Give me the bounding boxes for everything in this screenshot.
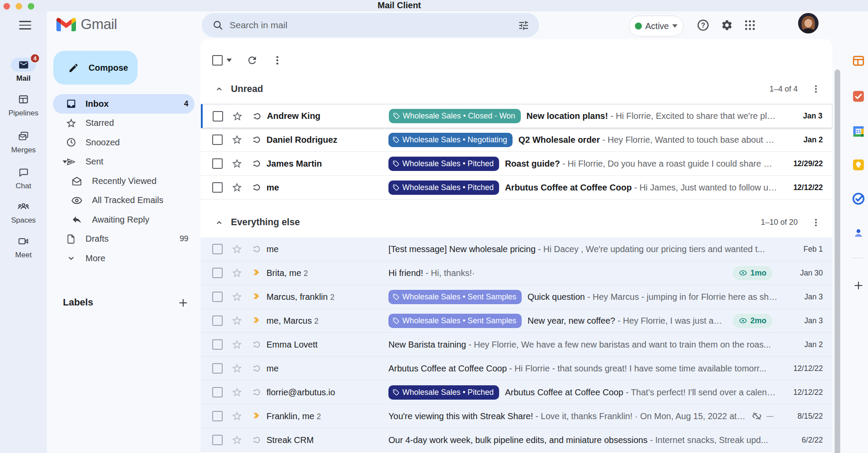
row-checkbox[interactable] (213, 111, 223, 121)
label-chip[interactable]: Wholesale Sales • Pitched (388, 385, 499, 400)
search-input[interactable]: Search in mail (230, 20, 518, 30)
star-icon[interactable] (231, 387, 243, 398)
star-icon[interactable] (231, 363, 243, 374)
star-icon[interactable] (231, 134, 243, 145)
email-row[interactable]: me Wholesale Sales • PitchedArbutus Coff… (201, 176, 832, 200)
email-row[interactable]: Franklin, me 2 You're viewing this with … (201, 404, 832, 428)
label-chip[interactable]: Wholesale Sales • Sent Samples (388, 290, 522, 304)
streak-pipelines-icon[interactable] (851, 53, 866, 69)
keep-icon[interactable] (851, 157, 866, 173)
streak-pipeline-icon[interactable] (252, 435, 262, 445)
star-icon[interactable] (231, 434, 243, 446)
streak-pipeline-icon[interactable] (252, 182, 262, 193)
list-scrollbar[interactable] (835, 69, 840, 453)
row-checkbox[interactable] (212, 339, 223, 350)
streak-pipeline-icon[interactable] (252, 339, 262, 350)
plus-icon[interactable] (851, 278, 866, 293)
email-row[interactable]: Streak CRM Our 4-day work week, bulk pip… (201, 428, 832, 452)
email-row[interactable]: Emma Lovett New Barista training - Hey F… (201, 333, 832, 357)
importance-marker-icon[interactable] (252, 411, 262, 421)
email-row[interactable]: Brita, me 2 Hi friend! - Hi, thanks!· 1m… (201, 261, 832, 285)
select-caret-icon[interactable] (227, 59, 232, 62)
collapse-section-icon[interactable] (215, 218, 224, 227)
streak-tasks-icon[interactable] (851, 89, 866, 104)
sidebar-item-inbox[interactable]: Inbox 4 (53, 94, 194, 114)
email-row[interactable]: me Arbutus Coffee at Coffee Coop - Hi Fl… (201, 357, 832, 381)
window-zoom-button[interactable] (28, 3, 34, 10)
rail-item-meet[interactable]: Meet (0, 234, 47, 259)
window-close-button[interactable] (3, 3, 10, 10)
collapse-section-icon[interactable] (215, 85, 224, 93)
email-row[interactable]: Marcus, franklin 2 Wholesale Sales • Sen… (201, 285, 832, 309)
importance-marker-icon[interactable] (252, 315, 262, 326)
row-checkbox[interactable] (212, 315, 223, 326)
sidebar-item-sent[interactable]: Sent (53, 152, 194, 172)
sidebar-item-recently-viewed[interactable]: Recently Viewed (53, 171, 194, 191)
email-row[interactable]: Andrew King Wholesale Sales • Closed - W… (201, 104, 832, 128)
section-more-icon[interactable] (811, 84, 821, 94)
row-checkbox[interactable] (212, 411, 223, 421)
row-checkbox[interactable] (212, 387, 223, 397)
profile-avatar[interactable] (798, 13, 819, 33)
importance-marker-icon[interactable] (252, 292, 262, 302)
star-icon[interactable] (231, 315, 243, 326)
label-chip[interactable]: Wholesale Sales • Sent Samples (388, 314, 522, 328)
search-bar[interactable]: Search in mail (202, 13, 539, 37)
email-row[interactable]: James Martin Wholesale Sales • PitchedRo… (201, 152, 832, 176)
calendar-icon[interactable]: 31 (851, 124, 866, 139)
label-chip[interactable]: Wholesale Sales • Pitched (388, 181, 499, 195)
streak-pipeline-icon[interactable] (252, 387, 262, 397)
main-menu-icon[interactable] (19, 21, 31, 30)
star-icon[interactable] (231, 267, 243, 279)
settings-gear-icon[interactable] (720, 18, 734, 32)
search-options-icon[interactable] (518, 20, 529, 31)
sidebar-item-starred[interactable]: Starred (53, 114, 194, 133)
star-icon[interactable] (231, 158, 243, 169)
sidebar-item-all-tracked-emails[interactable]: All Tracked Emails (53, 191, 194, 210)
add-label-icon[interactable] (178, 297, 189, 309)
star-icon[interactable] (231, 291, 243, 302)
rail-item-spaces[interactable]: Spaces (0, 200, 47, 225)
rail-item-merges[interactable]: Merges (0, 129, 47, 154)
importance-marker-icon[interactable] (252, 268, 262, 278)
row-checkbox[interactable] (212, 182, 223, 193)
row-checkbox[interactable] (212, 268, 223, 278)
row-checkbox[interactable] (212, 363, 223, 374)
status-selector[interactable]: Active (629, 16, 684, 36)
streak-pipeline-icon[interactable] (252, 244, 262, 254)
streak-pipeline-icon[interactable] (252, 135, 262, 145)
email-row[interactable]: Daniel Rodriguez Wholesale Sales • Negot… (201, 128, 832, 152)
sidebar-item-awaiting-reply[interactable]: Awaiting Reply (53, 210, 194, 230)
window-minimize-button[interactable] (16, 3, 22, 10)
apps-grid-icon[interactable] (743, 18, 757, 32)
email-row[interactable]: me, Marcus 2 Wholesale Sales • Sent Samp… (201, 309, 832, 333)
row-checkbox[interactable] (212, 435, 223, 445)
label-chip[interactable]: Wholesale Sales • Closed - Won (389, 109, 521, 123)
compose-button[interactable]: Compose (53, 51, 138, 85)
rail-item-mail[interactable]: 4 Mail (0, 58, 47, 83)
sidebar-item-drafts[interactable]: Drafts 99 (53, 230, 194, 249)
star-icon[interactable] (231, 410, 243, 422)
sidebar-item-snoozed[interactable]: Snoozed (53, 133, 194, 152)
row-checkbox[interactable] (212, 244, 223, 254)
star-icon[interactable] (231, 182, 243, 193)
streak-pipeline-icon[interactable] (252, 363, 262, 374)
label-chip[interactable]: Wholesale Sales • Pitched (388, 157, 499, 171)
refresh-icon[interactable] (247, 55, 258, 66)
star-icon[interactable] (232, 111, 243, 122)
rail-item-pipelines[interactable]: Pipelines (0, 92, 47, 118)
star-icon[interactable] (231, 339, 243, 350)
streak-pipeline-icon[interactable] (252, 111, 263, 121)
email-row[interactable]: florrie@arbutus.io Wholesale Sales • Pit… (201, 381, 832, 404)
label-chip[interactable]: Wholesale Sales • Negotiating (388, 133, 513, 147)
row-checkbox[interactable] (212, 158, 223, 169)
select-all-checkbox[interactable] (212, 55, 223, 66)
help-icon[interactable]: ? (696, 18, 710, 32)
section-more-icon[interactable] (811, 217, 821, 228)
row-checkbox[interactable] (212, 292, 223, 302)
streak-pipeline-icon[interactable] (252, 158, 262, 169)
row-checkbox[interactable] (212, 135, 223, 145)
email-row[interactable]: me [Test message] New wholesale pricing … (201, 237, 832, 261)
contacts-icon[interactable] (851, 225, 866, 241)
rail-item-chat[interactable]: Chat (0, 165, 47, 190)
